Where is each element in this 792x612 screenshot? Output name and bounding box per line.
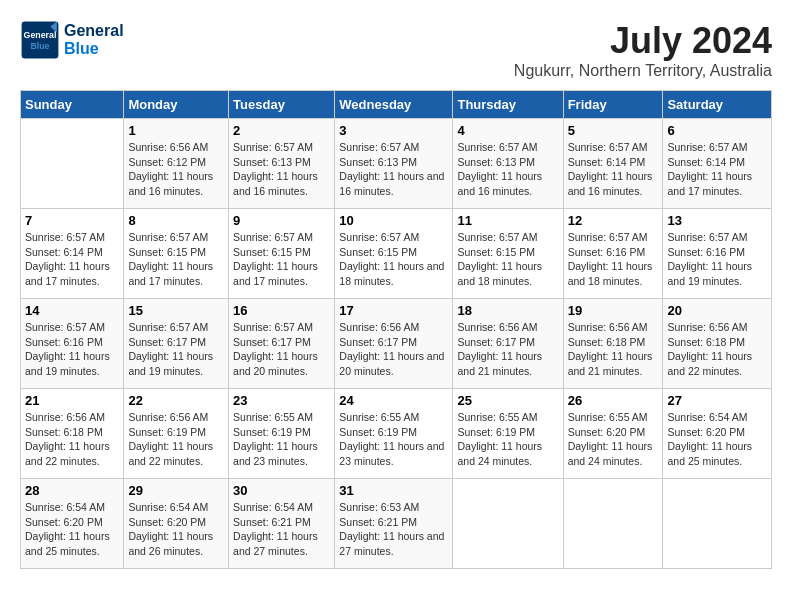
day-number: 15: [128, 303, 224, 318]
calendar-cell: 2Sunrise: 6:57 AM Sunset: 6:13 PM Daylig…: [229, 119, 335, 209]
day-number: 22: [128, 393, 224, 408]
calendar-cell: 13Sunrise: 6:57 AM Sunset: 6:16 PM Dayli…: [663, 209, 772, 299]
day-number: 11: [457, 213, 558, 228]
day-number: 9: [233, 213, 330, 228]
day-info: Sunrise: 6:56 AM Sunset: 6:17 PM Dayligh…: [457, 320, 558, 379]
calendar-cell: 19Sunrise: 6:56 AM Sunset: 6:18 PM Dayli…: [563, 299, 663, 389]
calendar-cell: [453, 479, 563, 569]
calendar-cell: 17Sunrise: 6:56 AM Sunset: 6:17 PM Dayli…: [335, 299, 453, 389]
day-info: Sunrise: 6:57 AM Sunset: 6:16 PM Dayligh…: [25, 320, 119, 379]
calendar-cell: 29Sunrise: 6:54 AM Sunset: 6:20 PM Dayli…: [124, 479, 229, 569]
calendar-cell: 27Sunrise: 6:54 AM Sunset: 6:20 PM Dayli…: [663, 389, 772, 479]
day-info: Sunrise: 6:54 AM Sunset: 6:21 PM Dayligh…: [233, 500, 330, 559]
day-info: Sunrise: 6:57 AM Sunset: 6:15 PM Dayligh…: [128, 230, 224, 289]
calendar-cell: 24Sunrise: 6:55 AM Sunset: 6:19 PM Dayli…: [335, 389, 453, 479]
day-info: Sunrise: 6:57 AM Sunset: 6:14 PM Dayligh…: [667, 140, 767, 199]
svg-text:Blue: Blue: [30, 41, 49, 51]
day-number: 21: [25, 393, 119, 408]
day-number: 14: [25, 303, 119, 318]
calendar-cell: 4Sunrise: 6:57 AM Sunset: 6:13 PM Daylig…: [453, 119, 563, 209]
calendar-cell: 22Sunrise: 6:56 AM Sunset: 6:19 PM Dayli…: [124, 389, 229, 479]
calendar-cell: 15Sunrise: 6:57 AM Sunset: 6:17 PM Dayli…: [124, 299, 229, 389]
calendar-cell: 18Sunrise: 6:56 AM Sunset: 6:17 PM Dayli…: [453, 299, 563, 389]
calendar-cell: 10Sunrise: 6:57 AM Sunset: 6:15 PM Dayli…: [335, 209, 453, 299]
day-header-tuesday: Tuesday: [229, 91, 335, 119]
day-header-sunday: Sunday: [21, 91, 124, 119]
day-number: 3: [339, 123, 448, 138]
day-number: 10: [339, 213, 448, 228]
calendar-cell: [21, 119, 124, 209]
calendar-cell: 16Sunrise: 6:57 AM Sunset: 6:17 PM Dayli…: [229, 299, 335, 389]
calendar-cell: 9Sunrise: 6:57 AM Sunset: 6:15 PM Daylig…: [229, 209, 335, 299]
day-info: Sunrise: 6:56 AM Sunset: 6:12 PM Dayligh…: [128, 140, 224, 199]
calendar-cell: 20Sunrise: 6:56 AM Sunset: 6:18 PM Dayli…: [663, 299, 772, 389]
calendar-cell: 3Sunrise: 6:57 AM Sunset: 6:13 PM Daylig…: [335, 119, 453, 209]
day-header-friday: Friday: [563, 91, 663, 119]
calendar-week-4: 28Sunrise: 6:54 AM Sunset: 6:20 PM Dayli…: [21, 479, 772, 569]
day-number: 26: [568, 393, 659, 408]
calendar-cell: 6Sunrise: 6:57 AM Sunset: 6:14 PM Daylig…: [663, 119, 772, 209]
calendar-cell: [563, 479, 663, 569]
day-info: Sunrise: 6:57 AM Sunset: 6:16 PM Dayligh…: [667, 230, 767, 289]
calendar-week-3: 21Sunrise: 6:56 AM Sunset: 6:18 PM Dayli…: [21, 389, 772, 479]
day-number: 30: [233, 483, 330, 498]
calendar-table: SundayMondayTuesdayWednesdayThursdayFrid…: [20, 90, 772, 569]
day-info: Sunrise: 6:57 AM Sunset: 6:15 PM Dayligh…: [233, 230, 330, 289]
day-number: 23: [233, 393, 330, 408]
day-number: 31: [339, 483, 448, 498]
calendar-header-row: SundayMondayTuesdayWednesdayThursdayFrid…: [21, 91, 772, 119]
calendar-week-0: 1Sunrise: 6:56 AM Sunset: 6:12 PM Daylig…: [21, 119, 772, 209]
day-info: Sunrise: 6:57 AM Sunset: 6:15 PM Dayligh…: [457, 230, 558, 289]
calendar-cell: 26Sunrise: 6:55 AM Sunset: 6:20 PM Dayli…: [563, 389, 663, 479]
calendar-cell: 14Sunrise: 6:57 AM Sunset: 6:16 PM Dayli…: [21, 299, 124, 389]
day-info: Sunrise: 6:57 AM Sunset: 6:13 PM Dayligh…: [457, 140, 558, 199]
day-number: 4: [457, 123, 558, 138]
day-info: Sunrise: 6:56 AM Sunset: 6:18 PM Dayligh…: [568, 320, 659, 379]
day-header-monday: Monday: [124, 91, 229, 119]
day-info: Sunrise: 6:57 AM Sunset: 6:13 PM Dayligh…: [233, 140, 330, 199]
location-subtitle: Ngukurr, Northern Territory, Australia: [514, 62, 772, 80]
day-number: 27: [667, 393, 767, 408]
logo: General Blue General Blue: [20, 20, 124, 60]
day-info: Sunrise: 6:54 AM Sunset: 6:20 PM Dayligh…: [25, 500, 119, 559]
day-info: Sunrise: 6:56 AM Sunset: 6:18 PM Dayligh…: [25, 410, 119, 469]
title-area: July 2024 Ngukurr, Northern Territory, A…: [514, 20, 772, 80]
page-header: General Blue General Blue July 2024 Nguk…: [20, 20, 772, 80]
day-number: 19: [568, 303, 659, 318]
day-number: 6: [667, 123, 767, 138]
day-info: Sunrise: 6:57 AM Sunset: 6:13 PM Dayligh…: [339, 140, 448, 199]
day-number: 5: [568, 123, 659, 138]
month-year-title: July 2024: [514, 20, 772, 62]
calendar-cell: 25Sunrise: 6:55 AM Sunset: 6:19 PM Dayli…: [453, 389, 563, 479]
day-info: Sunrise: 6:57 AM Sunset: 6:14 PM Dayligh…: [568, 140, 659, 199]
day-number: 18: [457, 303, 558, 318]
day-info: Sunrise: 6:55 AM Sunset: 6:20 PM Dayligh…: [568, 410, 659, 469]
day-number: 29: [128, 483, 224, 498]
day-info: Sunrise: 6:54 AM Sunset: 6:20 PM Dayligh…: [667, 410, 767, 469]
calendar-cell: 31Sunrise: 6:53 AM Sunset: 6:21 PM Dayli…: [335, 479, 453, 569]
calendar-cell: 23Sunrise: 6:55 AM Sunset: 6:19 PM Dayli…: [229, 389, 335, 479]
day-number: 7: [25, 213, 119, 228]
calendar-cell: 11Sunrise: 6:57 AM Sunset: 6:15 PM Dayli…: [453, 209, 563, 299]
calendar-cell: 12Sunrise: 6:57 AM Sunset: 6:16 PM Dayli…: [563, 209, 663, 299]
day-info: Sunrise: 6:54 AM Sunset: 6:20 PM Dayligh…: [128, 500, 224, 559]
day-number: 13: [667, 213, 767, 228]
svg-text:General: General: [24, 30, 57, 40]
day-info: Sunrise: 6:57 AM Sunset: 6:16 PM Dayligh…: [568, 230, 659, 289]
day-number: 8: [128, 213, 224, 228]
day-info: Sunrise: 6:55 AM Sunset: 6:19 PM Dayligh…: [339, 410, 448, 469]
logo-icon: General Blue: [20, 20, 60, 60]
calendar-cell: [663, 479, 772, 569]
day-header-saturday: Saturday: [663, 91, 772, 119]
day-number: 28: [25, 483, 119, 498]
day-info: Sunrise: 6:55 AM Sunset: 6:19 PM Dayligh…: [233, 410, 330, 469]
calendar-cell: 30Sunrise: 6:54 AM Sunset: 6:21 PM Dayli…: [229, 479, 335, 569]
day-info: Sunrise: 6:57 AM Sunset: 6:17 PM Dayligh…: [128, 320, 224, 379]
day-number: 12: [568, 213, 659, 228]
calendar-week-1: 7Sunrise: 6:57 AM Sunset: 6:14 PM Daylig…: [21, 209, 772, 299]
logo-text: General Blue: [64, 22, 124, 58]
day-info: Sunrise: 6:56 AM Sunset: 6:18 PM Dayligh…: [667, 320, 767, 379]
day-header-wednesday: Wednesday: [335, 91, 453, 119]
day-info: Sunrise: 6:57 AM Sunset: 6:15 PM Dayligh…: [339, 230, 448, 289]
day-number: 25: [457, 393, 558, 408]
